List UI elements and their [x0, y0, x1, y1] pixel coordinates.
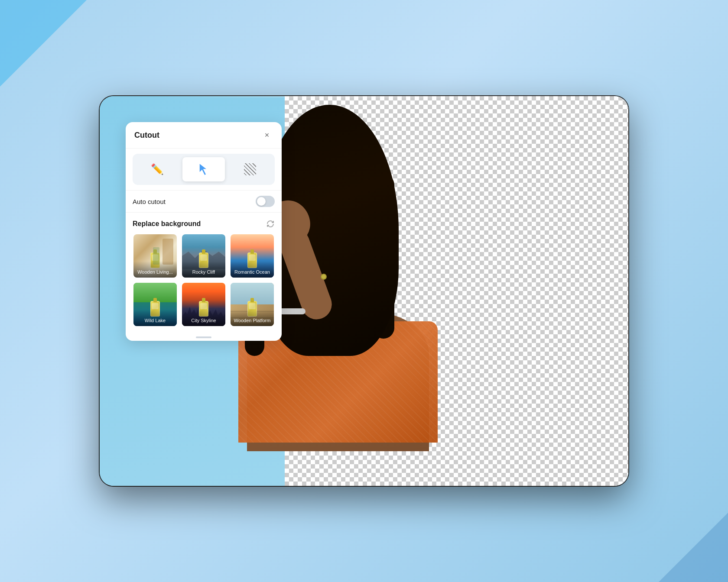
close-button[interactable]: ×	[261, 129, 273, 141]
background-grid: Wooden Living... Rocky Cliff	[133, 233, 275, 327]
cutout-panel: Cutout × ✏️	[126, 122, 282, 341]
bg-label-city-skyline: City Skyline	[182, 310, 225, 326]
corner-decoration-tl	[0, 0, 87, 87]
person-necklace-pendant	[321, 274, 327, 280]
bg-item-city-skyline[interactable]: City Skyline	[181, 282, 226, 327]
refresh-icon	[266, 220, 275, 228]
panel-scroll-indicator	[126, 334, 282, 341]
auto-cutout-label: Auto cutout	[133, 198, 166, 205]
diagonal-erase-tool-button[interactable]	[228, 157, 271, 181]
tool-buttons-group: ✏️	[133, 154, 275, 185]
diagonal-lines-icon	[244, 163, 256, 175]
tablet-glare	[100, 96, 628, 97]
bg-label-romantic-ocean: Romantic Ocean	[231, 261, 274, 278]
bg-label-wooden-platform: Wooden Platform	[231, 310, 274, 326]
bg-label-wild-lake: Wild Lake	[133, 310, 177, 326]
tool-section: ✏️	[126, 149, 282, 191]
cursor-tool-button[interactable]	[182, 157, 225, 181]
auto-cutout-toggle[interactable]	[256, 196, 275, 207]
tablet-screen: Cutout × ✏️	[100, 96, 628, 486]
cursor-arrow-icon	[198, 162, 210, 176]
bg-item-wild-lake[interactable]: Wild Lake	[133, 282, 178, 327]
replace-background-section: Replace background	[126, 213, 282, 334]
bg-item-rocky-cliff[interactable]: Rocky Cliff	[181, 233, 226, 278]
refresh-button[interactable]	[266, 220, 275, 228]
magic-wand-icon: ✏️	[151, 163, 164, 175]
scroll-bar-indicator	[196, 336, 211, 338]
bg-label-wooden-living: Wooden Living...	[133, 261, 177, 278]
svg-marker-0	[199, 163, 207, 175]
bg-item-wooden-living[interactable]: Wooden Living...	[133, 233, 178, 278]
auto-cutout-row: Auto cutout	[126, 191, 282, 213]
bg-item-wooden-platform[interactable]: Wooden Platform	[230, 282, 275, 327]
replace-background-header: Replace background	[133, 220, 275, 228]
bg-label-rocky-cliff: Rocky Cliff	[182, 261, 225, 278]
magic-wand-tool-button[interactable]: ✏️	[136, 157, 179, 181]
bg-item-romantic-ocean[interactable]: Romantic Ocean	[230, 233, 275, 278]
corner-decoration-br	[659, 513, 728, 582]
replace-background-title: Replace background	[133, 220, 201, 228]
tablet-frame: Cutout × ✏️	[100, 96, 628, 486]
toggle-knob	[257, 197, 266, 206]
panel-header: Cutout ×	[126, 122, 282, 149]
panel-title: Cutout	[134, 131, 159, 140]
